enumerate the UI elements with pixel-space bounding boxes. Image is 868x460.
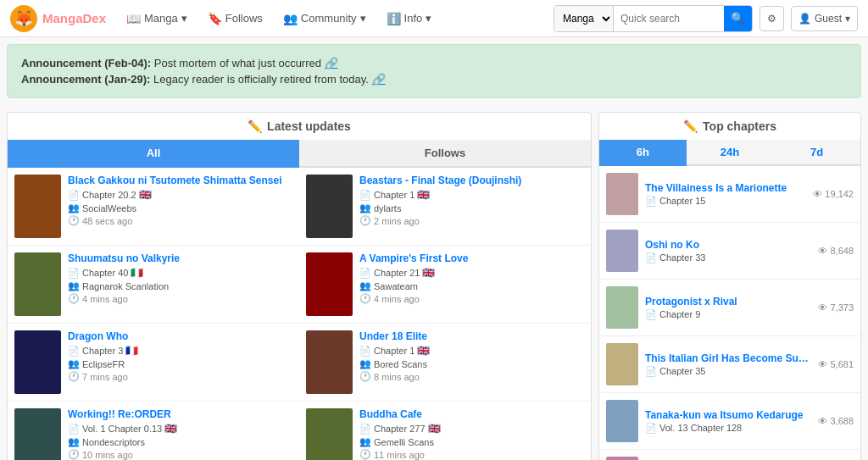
- clock-icon-6: 🕐: [359, 371, 371, 382]
- manga-item-7: Working!! Re:ORDER 📄 Vol. 1 Chapter 0.13…: [8, 402, 299, 460]
- top-thumb-6: [606, 457, 638, 460]
- tab-follows[interactable]: Follows: [299, 140, 591, 168]
- manga-info-1: Black Gakkou ni Tsutomete Shimatta Sense…: [68, 175, 292, 226]
- manga-chapter-3: 📄 Chapter 40 🇮🇹: [68, 267, 292, 279]
- latest-updates-header: ✏️ Latest updates: [8, 113, 591, 140]
- search-type-select[interactable]: Manga Author Group: [554, 6, 614, 31]
- top-chapter-icon-2: 📄: [645, 252, 657, 263]
- top-views-5: 👁 3,688: [818, 416, 854, 426]
- top-info-1: The Villainess Is a Marionette 📄 Chapter…: [645, 182, 806, 207]
- follows-icon: 🔖: [208, 12, 222, 25]
- top-info-4: This Italian Girl Has Become Such a Free…: [645, 352, 811, 377]
- time-text-2: 2 mins ago: [374, 216, 420, 226]
- manga-title-5[interactable]: Dragon Who: [68, 330, 292, 342]
- manga-group-7: 👥 Nondescriptors: [68, 436, 292, 447]
- tab-all[interactable]: All: [8, 140, 299, 168]
- chapter-text-1: Chapter 20.2: [82, 190, 136, 200]
- manga-info-2: Beastars - Final Stage (Doujinshi) 📄 Cha…: [359, 175, 584, 226]
- manga-title-1[interactable]: Black Gakkou ni Tsutomete Shimatta Sense…: [68, 175, 292, 186]
- top-tab-6h[interactable]: 6h: [599, 140, 687, 166]
- nav-info-label: Info: [404, 12, 423, 25]
- latest-updates-card: ✏️ Latest updates All Follows Black Gakk…: [7, 112, 592, 460]
- manga-time-6: 🕐 8 mins ago: [359, 371, 584, 382]
- nav-manga-label: Manga: [144, 12, 178, 25]
- top-tab-7d[interactable]: 7d: [773, 140, 860, 166]
- manga-title-4[interactable]: A Vampire's First Love: [359, 252, 584, 264]
- settings-button[interactable]: ⚙: [760, 6, 784, 31]
- clock-icon-1: 🕐: [68, 215, 80, 226]
- announcement-2: Announcement (Jan-29): Legacy reader is …: [21, 73, 847, 86]
- manga-item-3: Shuumatsu no Valkyrie 📄 Chapter 40 🇮🇹 👥 …: [8, 246, 299, 324]
- navbar: 🦊 MangaDex 📖 Manga ▾ 🔖 Follows 👥 Communi…: [0, 0, 868, 37]
- flag-7: 🇬🇧: [164, 423, 177, 435]
- manga-group-1: 👥 SocialWeebs: [68, 202, 292, 213]
- time-text-3: 4 mins ago: [82, 294, 128, 304]
- ann1-link[interactable]: 🔗: [325, 57, 338, 69]
- group-name-2: dylarts: [374, 203, 401, 213]
- nav-info[interactable]: ℹ️ Info ▾: [380, 0, 439, 37]
- manga-info-6: Under 18 Elite 📄 Chapter 1 🇬🇧 👥 Bored Sc…: [359, 330, 584, 382]
- left-panel: ✏️ Latest updates All Follows Black Gakk…: [7, 112, 592, 460]
- top-title-3[interactable]: Protagonist x Rival: [645, 296, 811, 308]
- chapter-text-5: Chapter 3: [82, 346, 123, 356]
- info-icon: ℹ️: [387, 12, 401, 25]
- guest-button[interactable]: 👤 Guest ▾: [791, 6, 858, 31]
- manga-title-6[interactable]: Under 18 Elite: [359, 330, 584, 342]
- chapter-icon-5: 📄: [68, 346, 80, 357]
- top-info-3: Protagonist x Rival 📄 Chapter 9: [645, 296, 811, 320]
- announcements-section: Announcement (Feb-04): Post mortem of wh…: [7, 44, 861, 98]
- group-name-5: EclipseFR: [82, 359, 125, 369]
- manga-title-7[interactable]: Working!! Re:ORDER: [68, 408, 292, 420]
- top-title-4[interactable]: This Italian Girl Has Become Such a Free…: [645, 352, 811, 364]
- manga-group-3: 👥 Ragnarok Scanlation: [68, 280, 292, 291]
- top-tab-24h[interactable]: 24h: [687, 140, 774, 166]
- manga-group-2: 👥 dylarts: [359, 202, 584, 213]
- flag-6: 🇬🇧: [417, 345, 430, 357]
- top-chapter-5: 📄 Vol. 13 Chapter 128: [645, 423, 811, 434]
- group-name-7: Nondescriptors: [82, 437, 145, 447]
- brand[interactable]: 🦊 MangaDex: [10, 5, 106, 32]
- nav-community[interactable]: 👥 Community ▾: [276, 0, 373, 37]
- clock-icon-5: 🕐: [68, 371, 80, 382]
- top-title-1[interactable]: The Villainess Is a Marionette: [645, 182, 806, 194]
- manga-chapter-5: 📄 Chapter 3 🇫🇷: [68, 345, 292, 357]
- top-views-2: 👁 8,648: [818, 246, 854, 256]
- ann1-label: Announcement (Feb-04):: [21, 57, 151, 69]
- time-text-6: 8 mins ago: [374, 372, 420, 382]
- nav-follows[interactable]: 🔖 Follows: [201, 0, 270, 37]
- views-count-3: 7,373: [830, 302, 854, 313]
- nav-manga[interactable]: 📖 Manga ▾: [120, 0, 194, 37]
- manga-chapter-1: 📄 Chapter 20.2 🇬🇧: [68, 189, 292, 201]
- logo-icon: 🦊: [10, 5, 37, 32]
- community-icon: 👥: [283, 12, 298, 25]
- top-chapter-4: 📄 Chapter 35: [645, 366, 811, 377]
- views-count-1: 19,142: [825, 189, 854, 199]
- ann1-text: Post mortem of what just occurred: [154, 57, 325, 69]
- flag-4: 🇬🇧: [422, 267, 435, 279]
- search-group: Manga Author Group 🔍: [554, 5, 753, 32]
- manga-chapter-7: 📄 Vol. 1 Chapter 0.13 🇬🇧: [68, 423, 292, 435]
- ann2-link[interactable]: 🔗: [372, 73, 386, 86]
- group-icon-4: 👥: [359, 280, 371, 291]
- manga-dropdown-icon: ▾: [181, 12, 187, 25]
- manga-time-1: 🕐 48 secs ago: [68, 215, 292, 226]
- top-title-2[interactable]: Oshi no Ko: [645, 239, 811, 251]
- flag-3: 🇮🇹: [131, 267, 143, 279]
- time-text-8: 11 mins ago: [374, 450, 425, 460]
- manga-grid: Black Gakkou ni Tsutomete Shimatta Sense…: [8, 168, 591, 460]
- top-chapter-text-5: Vol. 13 Chapter 128: [659, 423, 742, 433]
- group-name-8: Gemelli Scans: [374, 437, 434, 447]
- manga-title-3[interactable]: Shuumatsu no Valkyrie: [68, 252, 292, 264]
- search-input[interactable]: [614, 6, 724, 31]
- group-name-4: Sawateam: [374, 281, 418, 291]
- manga-item-5: Dragon Who 📄 Chapter 3 🇫🇷 👥 EclipseFR 🕐 …: [8, 324, 299, 402]
- top-views-3: 👁 7,373: [818, 302, 854, 313]
- manga-chapter-8: 📄 Chapter 277 🇬🇧: [359, 423, 584, 435]
- group-icon-5: 👥: [68, 358, 80, 369]
- manga-title-8[interactable]: Buddha Cafe: [359, 408, 584, 420]
- search-button[interactable]: 🔍: [724, 6, 752, 31]
- top-title-5[interactable]: Tanaka-kun wa Itsumo Kedaruge: [645, 409, 811, 421]
- nav-community-label: Community: [301, 12, 357, 25]
- manga-title-2[interactable]: Beastars - Final Stage (Doujinshi): [359, 175, 584, 186]
- manga-chapter-6: 📄 Chapter 1 🇬🇧: [359, 345, 584, 357]
